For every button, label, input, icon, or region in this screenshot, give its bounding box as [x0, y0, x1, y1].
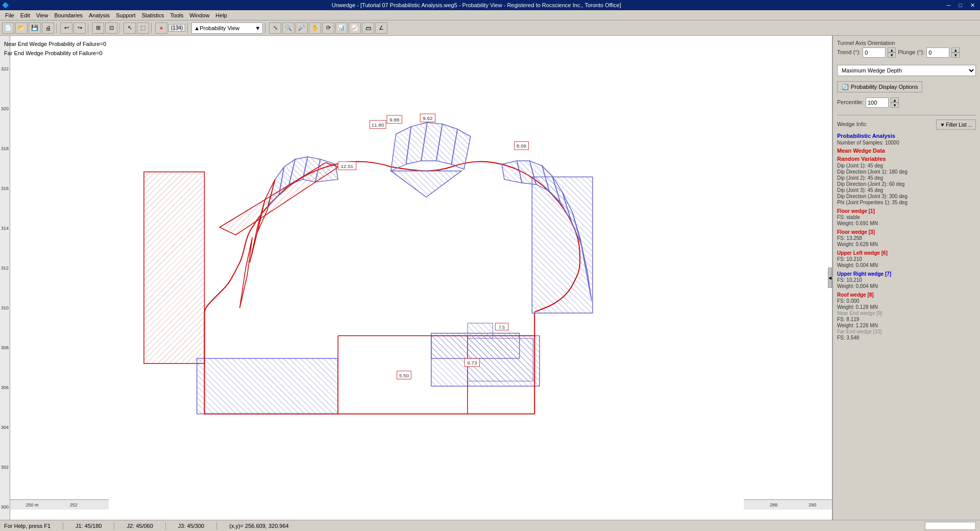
- sep4: [151, 23, 153, 33]
- j1-status: J1: 45/180: [76, 523, 102, 529]
- svg-text:9.88: 9.88: [389, 117, 400, 123]
- prob-display-btn[interactable]: 🔄 Probability Display Options: [837, 81, 922, 92]
- trend-group: Trend (°): ▲ ▼ Plunge (°): ▲ ▼: [837, 47, 976, 58]
- restore-btn[interactable]: □: [955, 2, 965, 9]
- plunge-spinner[interactable]: ▲ ▼: [951, 47, 960, 58]
- print-btn[interactable]: 🖨: [42, 22, 54, 34]
- prob-view-icon[interactable]: 🔺: [155, 22, 167, 34]
- depth-dropdown[interactable]: Maximum Wedge Depth: [837, 65, 976, 76]
- zoom-window-btn[interactable]: 🔍: [282, 22, 295, 34]
- menu-item-boundaries[interactable]: Boundaries: [51, 11, 86, 19]
- new-btn[interactable]: 📄: [2, 22, 14, 34]
- view-label: Probability View: [200, 25, 239, 31]
- redo-btn[interactable]: ↪: [74, 22, 86, 34]
- statusbar: For Help, press F1 J1: 45/180 J2: 45/060…: [0, 520, 980, 531]
- wedge-fs-5: FS: 8.119: [837, 317, 976, 322]
- panel-expand-arrow[interactable]: ◀: [828, 268, 832, 288]
- zoom-region-btn[interactable]: ⬚: [137, 22, 149, 34]
- wedge-weight-4: Weight: 0.128 MN: [837, 304, 976, 310]
- trend-down[interactable]: ▼: [888, 53, 896, 58]
- zoom-out-btn[interactable]: 🔎: [296, 22, 308, 34]
- window-controls[interactable]: ─ □ ✕: [944, 2, 978, 9]
- variable-item: Dip Direction (Joint 2): 60 deg: [837, 181, 976, 187]
- variable-item: Dip Direction (Joint 3): 300 deg: [837, 194, 976, 199]
- filter-icon: ▼: [940, 122, 945, 128]
- menu-item-view[interactable]: View: [33, 11, 52, 19]
- menu-item-file[interactable]: File: [2, 11, 17, 19]
- plunge-label: Plunge (°):: [898, 49, 924, 55]
- app-icon: 🔷: [2, 2, 9, 9]
- menu-item-statistics[interactable]: Statistics: [139, 11, 167, 19]
- menu-item-help[interactable]: Help: [212, 11, 230, 19]
- variables-list: Dip (Joint 1): 45 degDip Direction (Join…: [837, 163, 976, 205]
- main-drawing: 12.01 11.80 9.88 9.62 8.06 9.73 5.50 7.5: [10, 36, 832, 520]
- status-input[interactable]: [925, 522, 976, 530]
- trend-input[interactable]: [863, 47, 886, 58]
- y-label-300: 300: [0, 504, 10, 510]
- zoom-extents-btn[interactable]: ⤡: [269, 22, 281, 34]
- filter-label: Filter List ...: [946, 122, 972, 128]
- wedge-weight-3: Weight: 0.004 MN: [837, 283, 976, 289]
- svg-rect-6: [197, 358, 338, 414]
- line-chart-btn[interactable]: 📈: [349, 22, 361, 34]
- open-btn[interactable]: 📂: [15, 22, 28, 34]
- svg-text:5.50: 5.50: [399, 373, 409, 378]
- plunge-up[interactable]: ▲: [951, 47, 960, 53]
- menu-item-analysis[interactable]: Analysis: [86, 11, 113, 19]
- percentile-input[interactable]: [866, 98, 889, 108]
- snap-btn[interactable]: ⊡: [105, 22, 117, 34]
- prob-text-block: Near End Wedge Probability of Failure=0 …: [4, 40, 106, 58]
- variable-item: Dip (Joint 1): 45 deg: [837, 163, 976, 168]
- minimize-btn[interactable]: ─: [944, 2, 954, 9]
- percentile-section: Percentile: ▲ ▼: [837, 98, 976, 110]
- random-vars-heading: Random Variables: [837, 156, 976, 162]
- percentile-spinner[interactable]: ▲ ▼: [891, 98, 899, 108]
- table-btn[interactable]: 🗃: [362, 22, 374, 34]
- depth-section: Maximum Wedge Depth: [837, 65, 976, 76]
- prob-display-icon: 🔄: [842, 84, 849, 90]
- pan-btn[interactable]: ✋: [309, 22, 321, 34]
- wedge-info-header: Wedge Info: ▼ Filter List ...: [837, 119, 976, 130]
- trend-label: Trend (°):: [837, 49, 861, 55]
- wedge-name-0: Floor wedge [1]: [837, 208, 976, 214]
- wedge-weight-2: Weight: 0.004 MN: [837, 262, 976, 268]
- status-sep2: [114, 522, 114, 529]
- menu-item-edit[interactable]: Edit: [17, 11, 33, 19]
- y-label-304: 304: [0, 425, 10, 430]
- coords-status: (x,y)= 256.609, 320.964: [229, 523, 289, 529]
- percentile-label: Percentile:: [837, 99, 864, 105]
- rotate-btn[interactable]: ⟳: [322, 22, 334, 34]
- plunge-input[interactable]: [926, 47, 949, 58]
- menu-item-tools[interactable]: Tools: [167, 11, 187, 19]
- select-btn[interactable]: ↖: [124, 22, 136, 34]
- dropdown-arrow: ▼: [255, 25, 260, 31]
- trend-spinner[interactable]: ▲ ▼: [888, 47, 896, 58]
- angle-btn[interactable]: ∠: [375, 22, 387, 34]
- y-label-320: 320: [0, 106, 10, 111]
- wedge-info-section: Wedge Info: ▼ Filter List ... Probabilis…: [837, 115, 976, 341]
- right-panel: Tunnel Axis Orientation Trend (°): ▲ ▼ P…: [832, 36, 980, 520]
- prob-display-label: Probability Display Options: [851, 84, 918, 90]
- wedge-name-1: Floor wedge [3]: [837, 229, 976, 235]
- undo-btn[interactable]: ↩: [60, 22, 72, 34]
- plunge-down[interactable]: ▼: [951, 53, 960, 58]
- percentile-up[interactable]: ▲: [891, 98, 899, 103]
- view-icon: ▲: [194, 25, 200, 31]
- chart-btn[interactable]: 📊: [335, 22, 348, 34]
- main-area: Near End Wedge Probability of Failure=0 …: [0, 36, 980, 520]
- variable-item: Dip Direction (Joint 1): 180 deg: [837, 169, 976, 175]
- grid-btn[interactable]: ⊞: [92, 22, 104, 34]
- view-dropdown[interactable]: ▲ Probability View ▼: [191, 22, 263, 34]
- menu-item-window[interactable]: Window: [186, 11, 212, 19]
- trend-up[interactable]: ▲: [888, 47, 896, 53]
- close-btn[interactable]: ✕: [967, 2, 978, 9]
- wedge-fs-1: FS: 13.258: [837, 235, 976, 241]
- status-sep3: [165, 522, 166, 529]
- filter-list-btn[interactable]: ▼ Filter List ...: [936, 119, 976, 130]
- wedge-weight-1: Weight: 0.628 MN: [837, 242, 976, 247]
- wedge-weight-0: Weight: 0.691 MN: [837, 221, 976, 226]
- save-btn[interactable]: 💾: [29, 22, 41, 34]
- menu-item-support[interactable]: Support: [113, 11, 139, 19]
- sep2: [88, 23, 90, 33]
- percentile-down[interactable]: ▼: [891, 103, 899, 108]
